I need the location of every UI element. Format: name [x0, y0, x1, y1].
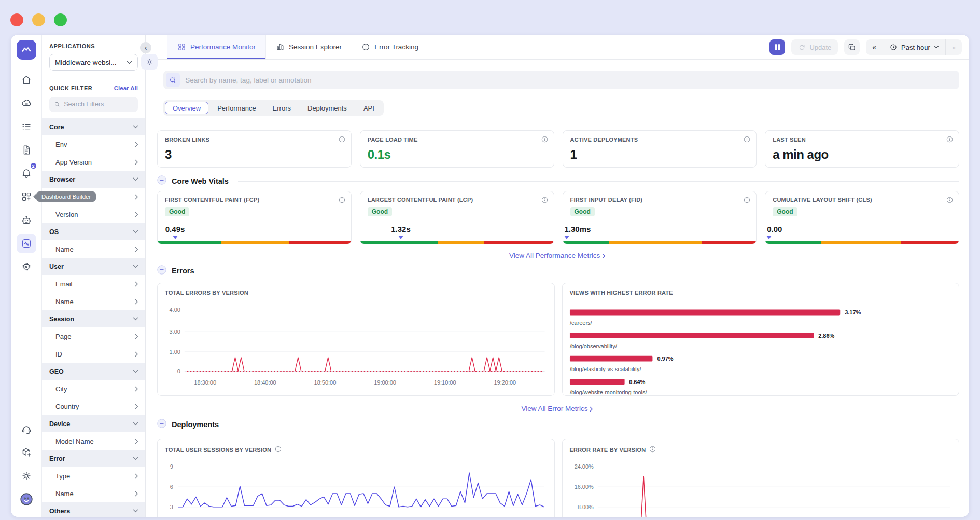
collapse-section-icon[interactable]	[157, 265, 166, 277]
zoom-window-button[interactable]	[54, 13, 67, 26]
rail-real-user-monitoring-icon[interactable]	[17, 234, 36, 253]
rail-infrastructure-icon[interactable]	[17, 93, 36, 113]
filter-group-others[interactable]: Others	[42, 502, 145, 517]
filter-group-os[interactable]: OS	[42, 223, 145, 240]
filter-group-session[interactable]: Session	[42, 310, 145, 327]
filter-group-error[interactable]: Error	[42, 450, 145, 467]
chart-plot: 4.003.001.00018:30:0018:40:0018:50:0019:…	[158, 283, 554, 395]
filter-item-core-app-version[interactable]: App Version	[42, 153, 145, 171]
tab-performance-monitor[interactable]: Performance Monitor	[167, 35, 266, 59]
time-shift-forward-button[interactable]: »	[945, 39, 962, 55]
filter-group-browser[interactable]: Browser	[42, 171, 145, 188]
info-icon[interactable]	[339, 136, 345, 143]
update-button[interactable]: Update	[791, 39, 838, 55]
svg-text:24.00%: 24.00%	[574, 464, 593, 470]
view-all-performance-metrics-link[interactable]: View All Performance Metrics	[146, 252, 969, 261]
chart-plot: 3.17%/careers/2.86%/blog/observability/0…	[563, 283, 959, 395]
minimize-window-button[interactable]	[32, 13, 45, 26]
filter-group-user[interactable]: User	[42, 258, 145, 275]
view-tab-deployments[interactable]: Deployments	[300, 102, 355, 114]
svg-text:0.97%: 0.97%	[657, 355, 673, 362]
clear-all-filters-link[interactable]: Clear All	[114, 85, 138, 91]
errors-section-header: Errors	[157, 266, 959, 276]
svg-text:0.64%: 0.64%	[629, 379, 645, 385]
filter-search	[49, 97, 138, 112]
copy-dashboard-button[interactable]	[844, 39, 860, 55]
filter-item-geo-city[interactable]: City	[42, 380, 145, 398]
filter-item-error-type[interactable]: Type	[42, 467, 145, 485]
rail-settings-icon[interactable]	[17, 466, 36, 486]
metric-card-active-deployments: ACTIVE DEPLOYMENTS 1	[563, 130, 757, 168]
tab-session-explorer[interactable]: Session Explorer	[266, 35, 352, 59]
gauge-marker	[173, 236, 178, 239]
filter-group-device[interactable]: Device	[42, 415, 145, 432]
topbar-controls: Update « Past hour »	[769, 39, 962, 55]
rail-alerts-icon[interactable]: 2	[17, 163, 36, 183]
rail-logs-icon[interactable]	[17, 117, 36, 136]
tab-error-tracking[interactable]: Error Tracking	[352, 35, 428, 59]
error-rate-views-card: VIEWS WITH HIGHEST ERROR RATE3.17%/caree…	[562, 283, 960, 396]
rail-top-icons: 2	[17, 40, 36, 280]
rail-reports-icon[interactable]	[17, 140, 36, 160]
info-icon[interactable]	[744, 197, 750, 203]
info-icon[interactable]	[275, 445, 282, 455]
view-tab-errors[interactable]: Errors	[265, 102, 299, 114]
filter-item-session-page[interactable]: Page	[42, 327, 145, 345]
metric-card-last-seen: LAST SEEN a min ago	[765, 130, 959, 168]
section-title: Core Web Vitals	[172, 177, 229, 185]
global-search-input[interactable]	[185, 76, 957, 84]
filter-item-browser-version[interactable]: Version	[42, 206, 145, 223]
cwv-card-first-input-delay-fid: FIRST INPUT DELAY (FID) Good 1.30ms	[563, 191, 757, 244]
deployments-section-header: Deployments	[157, 420, 959, 429]
applications-label: APPLICATIONS	[49, 43, 138, 49]
info-icon[interactable]	[339, 197, 345, 203]
filter-item-core-env[interactable]: Env	[42, 135, 145, 153]
application-selector[interactable]: Middleware websi...	[49, 54, 138, 71]
filter-item-user-email[interactable]: Email	[42, 275, 145, 293]
user-sessions-chart-card: TOTAL USER SESSIONS BY VERSION963	[157, 439, 555, 517]
info-icon[interactable]	[946, 136, 953, 143]
status-badge: Good	[773, 207, 797, 216]
view-tab-overview[interactable]: Overview	[165, 102, 208, 114]
view-tab-performance[interactable]: Performance	[209, 102, 263, 114]
rail-home-icon[interactable]	[17, 70, 36, 90]
collapse-section-icon[interactable]	[157, 419, 166, 430]
filter-item-session-id[interactable]: ID	[42, 345, 145, 363]
rail-integrations-icon[interactable]	[17, 443, 36, 462]
deployments-charts-row: TOTAL USER SESSIONS BY VERSION963 ERROR …	[157, 439, 959, 517]
view-tab-api[interactable]: API	[356, 102, 382, 114]
filter-item-error-name[interactable]: Name	[42, 485, 145, 502]
section-title: Deployments	[172, 420, 219, 429]
cwv-card-cumulative-layout-shift-cls: CUMULATIVE LAYOUT SHIFT (CLS) Good 0.00	[765, 191, 959, 244]
info-icon[interactable]	[744, 136, 750, 143]
rail-profile-icon[interactable]	[17, 489, 36, 509]
metric-value: 3	[165, 147, 344, 162]
pause-refresh-button[interactable]	[769, 39, 785, 55]
filter-settings-button[interactable]	[141, 54, 158, 70]
rail-assistant-bot-icon[interactable]	[17, 210, 36, 230]
svg-text:3.17%: 3.17%	[845, 309, 861, 316]
info-icon[interactable]	[649, 445, 656, 455]
filter-search-input[interactable]	[64, 101, 133, 108]
rail-logo[interactable]	[17, 40, 36, 60]
filter-item-os-name[interactable]: Name	[42, 240, 145, 258]
collapse-panel-button[interactable]: ‹	[140, 42, 151, 53]
info-icon[interactable]	[946, 197, 953, 203]
time-range-selector[interactable]: Past hour	[883, 39, 945, 55]
filter-group-geo[interactable]: GEO	[42, 363, 145, 380]
svg-text:16.00%: 16.00%	[574, 484, 593, 490]
rail-synthetic-monitoring-icon[interactable]	[17, 257, 36, 277]
filter-item-geo-country[interactable]: Country	[42, 398, 145, 415]
filter-item-device-model-name[interactable]: Model Name	[42, 432, 145, 450]
time-shift-back-button[interactable]: «	[866, 39, 883, 55]
close-window-button[interactable]	[10, 13, 23, 26]
filter-group-core[interactable]: Core	[42, 118, 145, 135]
cwv-section-header: Core Web Vitals	[157, 176, 959, 186]
rail-support-icon[interactable]	[17, 419, 36, 439]
info-icon[interactable]	[541, 197, 548, 203]
filter-item-user-name[interactable]: Name	[42, 293, 145, 310]
collapse-section-icon[interactable]	[157, 175, 166, 187]
view-all-error-metrics-link[interactable]: View All Error Metrics	[146, 405, 969, 414]
info-icon[interactable]	[541, 136, 548, 143]
cwv-value: 0.49s	[165, 225, 185, 234]
